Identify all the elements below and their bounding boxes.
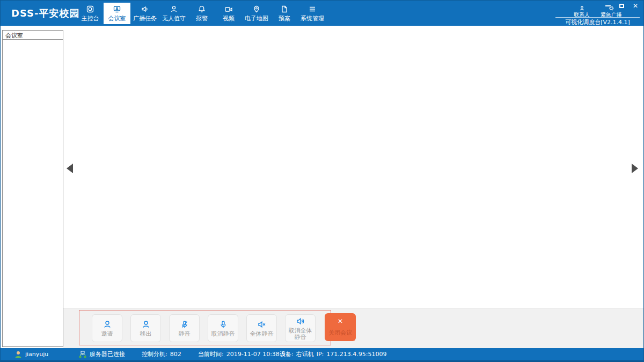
tab-plan[interactable]: 预案 — [271, 3, 298, 24]
meeting-room-panel: 会议室 — [2, 30, 63, 347]
speaker-muted-icon — [257, 320, 267, 329]
invite-button[interactable]: 邀请 — [92, 314, 122, 342]
megaphone-icon — [609, 5, 614, 11]
meeting-room-panel-title: 会议室 — [3, 31, 63, 40]
server-status: 服务器已连接 — [78, 348, 125, 360]
window-bottom-edge — [1, 360, 643, 361]
unmute-all-button[interactable]: 取消全体静音 — [285, 314, 316, 342]
tab-unattended[interactable]: 无人值守 — [159, 3, 188, 24]
broadcast-icon — [141, 5, 149, 14]
control-extension: 控制分机: 802 — [142, 348, 181, 360]
meeting-room-icon — [113, 5, 121, 14]
tab-emap[interactable]: 电子地图 — [242, 3, 271, 24]
device-value: 右话机 — [296, 350, 314, 358]
header-bar: DSS-平安校园 主控台 会议室 广播任务 — [1, 1, 643, 26]
tab-main-console[interactable]: 主控台 — [77, 3, 104, 24]
header-divider — [555, 17, 640, 18]
invite-person-icon — [103, 320, 112, 329]
user-avatar-icon — [14, 350, 23, 359]
dispatch-console-window: DSS-平安校园 主控台 会议室 广播任务 — [0, 0, 644, 362]
status-bar: jianyuju 服务器已连接 控制分机: 802 当前时间: 2019-11-… — [1, 348, 643, 360]
tab-video[interactable]: 视频 — [215, 3, 242, 24]
mic-icon — [218, 320, 228, 329]
page-right-arrow[interactable] — [632, 164, 638, 173]
tab-alarm[interactable]: 报警 — [188, 3, 215, 24]
extension-value: 802 — [170, 351, 181, 358]
menu-lines-icon — [308, 5, 317, 14]
close-meeting-x-icon: ✕ — [338, 318, 343, 324]
tab-meeting-room[interactable]: 会议室 — [104, 3, 130, 24]
main-nav: 主控台 会议室 广播任务 无人值守 — [77, 1, 327, 26]
remove-person-icon — [141, 320, 151, 329]
username-label: jianyuju — [25, 351, 48, 358]
mic-muted-icon — [180, 320, 189, 329]
console-icon — [86, 5, 94, 14]
page-left-arrow[interactable] — [67, 164, 73, 173]
conference-buttons: 邀请 移出 静音 取消静音 全体静音 — [92, 314, 316, 342]
close-meeting-button[interactable]: ✕ 关闭会议 — [325, 313, 356, 341]
close-button[interactable]: ✕ — [633, 3, 638, 9]
console-version-label: 可视化调度台[V2.1.4.1] — [555, 18, 640, 26]
person-icon — [170, 5, 178, 14]
ip-value: 171.213.4.95:51009 — [326, 351, 386, 358]
video-camera-icon — [224, 5, 233, 14]
map-pin-icon — [252, 5, 261, 14]
current-time: 当前时间: 2019-11-07 10:38:57 — [198, 348, 289, 360]
mute-button[interactable]: 静音 — [169, 314, 200, 342]
contact-person-icon — [579, 5, 585, 11]
speaker-icon — [296, 316, 305, 326]
unmute-button[interactable]: 取消静音 — [208, 314, 238, 342]
document-icon — [280, 5, 289, 14]
device-info: 设备: 右话机 IP: 171.213.4.95:51009 — [280, 348, 387, 360]
remove-button[interactable]: 移出 — [130, 314, 161, 342]
alarm-bell-icon — [197, 5, 206, 14]
current-user: jianyuju — [14, 348, 48, 360]
tab-system-management[interactable]: 系统管理 — [298, 3, 327, 24]
close-meeting-label: 关闭会议 — [328, 329, 352, 337]
server-status-label: 服务器已连接 — [90, 350, 125, 358]
app-logo: DSS-平安校园 — [11, 1, 80, 26]
network-icon — [78, 350, 87, 359]
mute-all-button[interactable]: 全体静音 — [246, 314, 277, 342]
tab-broadcast-task[interactable]: 广播任务 — [130, 3, 159, 24]
